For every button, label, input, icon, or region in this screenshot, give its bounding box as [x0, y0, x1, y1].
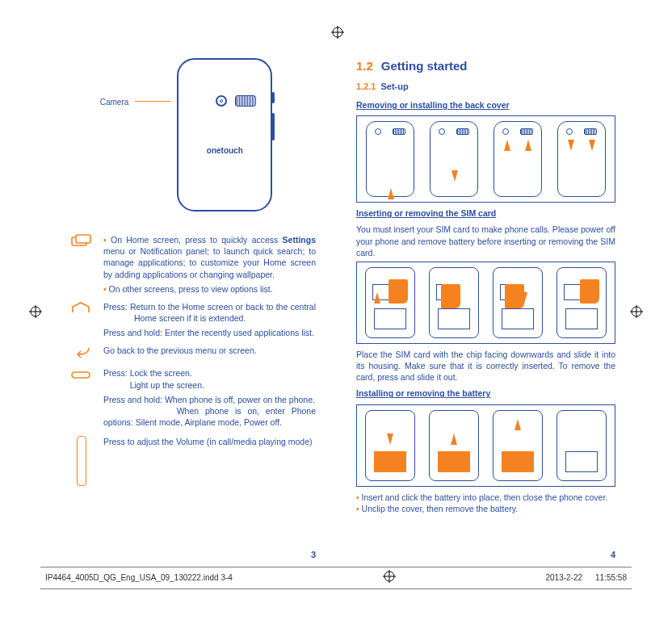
crop-mark-icon: [383, 570, 396, 587]
page-4: 1.2Getting started 1.2.1Set-up Removing …: [348, 48, 624, 543]
volume-key-icon: [68, 436, 95, 452]
side-button-icon: [271, 92, 275, 103]
phone-logo: onetouch: [178, 145, 271, 157]
power-key-press: Press: Lock the screen. Press: Light up …: [103, 367, 316, 390]
footer-time: 11:55:58: [595, 572, 627, 584]
crop-mark-icon: [331, 26, 344, 43]
menu-key-desc-1: On Home screen, press to quickly access …: [103, 234, 316, 280]
battery-figure: [356, 404, 615, 487]
back-key-icon: [68, 345, 95, 361]
page-3: Camera onetouch On Home screen, press to…: [48, 48, 324, 543]
section-heading: 1.2Getting started: [356, 58, 615, 74]
speaker-grille-icon: [235, 95, 256, 107]
menu-key-icon: [68, 234, 95, 250]
svg-rect-10: [76, 235, 90, 243]
camera-label: Camera: [100, 97, 129, 108]
battery-bullet-2: Unclip the cover, then remove the batter…: [356, 503, 615, 514]
back-cover-figure: [356, 115, 615, 203]
back-key-desc: Go back to the previous menu or screen.: [103, 345, 316, 361]
sim-figure: [356, 262, 615, 344]
subsection-heading: 1.2.1Set-up: [356, 81, 615, 93]
crop-mark-icon: [630, 305, 643, 322]
crop-mark-icon: [29, 305, 42, 322]
topic-sim: Inserting or removing the SIM card: [356, 207, 615, 219]
camera-lens-icon: [216, 95, 227, 107]
topic-battery: Installing or removing the battery: [356, 387, 615, 399]
home-key-icon: [68, 301, 95, 317]
sim-paragraph-2: Place the SIM card with the chip facing …: [356, 349, 615, 383]
phone-back-diagram: onetouch: [177, 58, 272, 211]
side-button-icon: [271, 113, 275, 140]
page-number: 3: [311, 549, 316, 561]
home-key-hold: Press and hold: Enter the recently used …: [103, 327, 316, 338]
topic-back-cover: Removing or installing the back cover: [356, 99, 615, 111]
page-number: 4: [611, 549, 615, 561]
svg-rect-11: [72, 372, 90, 378]
home-key-press: Press: Return to the Home screen or back…: [103, 301, 316, 324]
battery-bullet-1: Insert and click the battery into place,…: [356, 492, 615, 503]
power-key-hold: Press and hold: When phone is off, power…: [103, 394, 316, 429]
print-footer: IP4464_4005D_QG_Eng_USA_09_130222.indd 3…: [40, 567, 632, 589]
power-key-icon: [68, 367, 95, 383]
callout-line: [135, 101, 170, 102]
menu-key-desc-2: On other screens, press to view options …: [103, 283, 316, 295]
footer-filename: IP4464_4005D_QG_Eng_USA_09_130222.indd 3…: [45, 572, 233, 584]
sim-paragraph-1: You must insert your SIM card to make ph…: [356, 224, 615, 258]
footer-date: 2013-2-22: [545, 572, 582, 584]
volume-key-desc: Press to adjust the Volume (in call/medi…: [103, 436, 316, 452]
